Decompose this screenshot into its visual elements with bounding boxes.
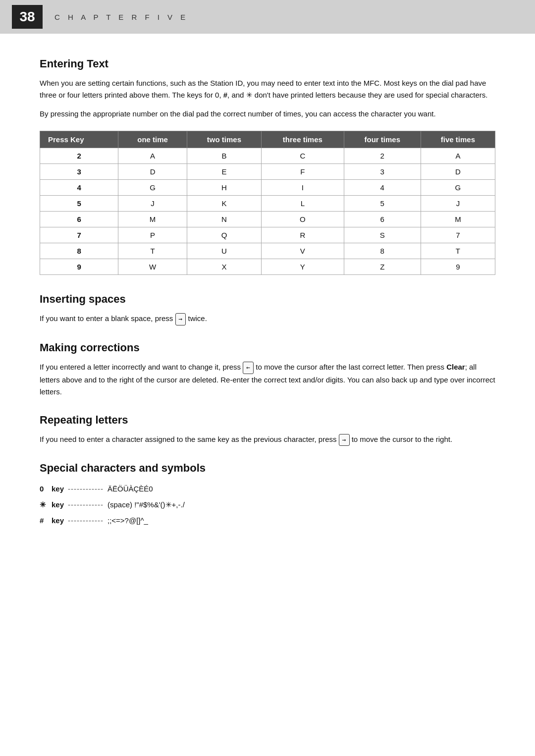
table-cell: E [187, 164, 261, 180]
table-cell: 8 [40, 243, 118, 259]
table-cell: M [118, 212, 187, 227]
table-cell: S [344, 227, 421, 243]
left-arrow-key: ← [243, 362, 254, 374]
list-item: 0 key ------------ ÄËÖÜÀÇÈÉ0 [40, 482, 495, 496]
key-word-star: key [52, 497, 64, 512]
table-cell: W [118, 259, 187, 275]
col-header-two-times: two times [187, 131, 261, 148]
key-label-star: ✳ [40, 497, 48, 512]
inserting-spaces-para: If you want to enter a blank space, pres… [40, 313, 495, 325]
repeating-letters-section: Repeating letters If you need to enter a… [40, 414, 495, 446]
repeating-letters-title: Repeating letters [40, 414, 495, 427]
table-cell: 6 [40, 212, 118, 227]
table-cell: D [421, 164, 495, 180]
table-cell: G [118, 180, 187, 196]
table-row: 6MNO6M [40, 212, 495, 227]
table-cell: C [262, 148, 344, 164]
char-table-body: 2ABC2A3DEF3D4GHI4G5JKL5J6MNO6M7PQRS78TUV… [40, 148, 495, 275]
table-cell: 2 [344, 148, 421, 164]
table-row: 7PQRS7 [40, 227, 495, 243]
table-row: 5JKL5J [40, 196, 495, 212]
table-cell: T [421, 243, 495, 259]
page: 38 C H A P T E R F I V E Entering Text W… [0, 0, 535, 756]
table-row: 3DEF3D [40, 164, 495, 180]
header-bar: 38 C H A P T E R F I V E [0, 0, 535, 34]
table-cell: 8 [344, 243, 421, 259]
table-cell: K [187, 196, 261, 212]
table-cell: O [262, 212, 344, 227]
table-cell: L [262, 196, 344, 212]
col-header-one-time: one time [118, 131, 187, 148]
table-cell: 9 [40, 259, 118, 275]
key-chars-0: ÄËÖÜÀÇÈÉ0 [107, 482, 153, 496]
entering-text-section: Entering Text When you are setting certa… [40, 57, 495, 275]
special-characters-list: 0 key ------------ ÄËÖÜÀÇÈÉ0 ✳ key -----… [40, 482, 495, 528]
table-cell: H [187, 180, 261, 196]
chapter-number: 38 [12, 5, 43, 29]
table-header-row: Press Key one time two times three times… [40, 131, 495, 148]
table-cell: 5 [344, 196, 421, 212]
key-label-0: 0 [40, 482, 48, 496]
character-table: Press Key one time two times three times… [40, 131, 495, 275]
table-cell: 4 [40, 180, 118, 196]
entering-text-para2: By pressing the appropriate number on th… [40, 108, 495, 120]
table-row: 4GHI4G [40, 180, 495, 196]
making-corrections-section: Making corrections If you entered a lett… [40, 341, 495, 398]
list-item: ✳ key ------------ (space) !"#$%&'()✳+,-… [40, 497, 495, 512]
list-item: # key ------------ ;;<=>?@[]^_ [40, 513, 495, 528]
table-cell: 4 [344, 180, 421, 196]
entering-text-para1: When you are setting certain functions, … [40, 77, 495, 101]
table-cell: 7 [40, 227, 118, 243]
key-dashes-0: ------------ [68, 482, 104, 496]
table-cell: R [262, 227, 344, 243]
content: Entering Text When you are setting certa… [0, 34, 535, 574]
table-cell: F [262, 164, 344, 180]
table-row: 8TUV8T [40, 243, 495, 259]
inserting-spaces-section: Inserting spaces If you want to enter a … [40, 293, 495, 325]
table-cell: 3 [344, 164, 421, 180]
table-cell: Q [187, 227, 261, 243]
table-cell: G [421, 180, 495, 196]
entering-text-title: Entering Text [40, 57, 495, 70]
table-cell: 5 [40, 196, 118, 212]
table-row: 9WXYZ9 [40, 259, 495, 275]
col-header-three-times: three times [262, 131, 344, 148]
table-cell: 3 [40, 164, 118, 180]
table-cell: 6 [344, 212, 421, 227]
chapter-label: C H A P T E R F I V E [54, 13, 188, 21]
table-cell: V [262, 243, 344, 259]
table-cell: U [187, 243, 261, 259]
table-cell: 7 [421, 227, 495, 243]
table-cell: X [187, 259, 261, 275]
key-label-hash: # [40, 513, 48, 528]
table-cell: J [118, 196, 187, 212]
table-cell: A [118, 148, 187, 164]
key-chars-hash: ;;<=>?@[]^_ [107, 513, 148, 528]
col-header-five-times: five times [421, 131, 495, 148]
inserting-spaces-title: Inserting spaces [40, 293, 495, 306]
table-cell: 2 [40, 148, 118, 164]
making-corrections-title: Making corrections [40, 341, 495, 354]
repeating-letters-para: If you need to enter a character assigne… [40, 433, 495, 446]
table-cell: N [187, 212, 261, 227]
table-cell: B [187, 148, 261, 164]
right-arrow-key-2: → [339, 434, 350, 446]
col-header-press-key: Press Key [40, 131, 118, 148]
right-arrow-key: → [175, 313, 186, 325]
key-dashes-star: ------------ [68, 497, 104, 512]
table-cell: M [421, 212, 495, 227]
making-corrections-para: If you entered a letter incorrectly and … [40, 361, 495, 398]
key-chars-star: (space) !"#$%&'()✳+,-./ [107, 497, 185, 512]
col-header-four-times: four times [344, 131, 421, 148]
table-cell: D [118, 164, 187, 180]
table-row: 2ABC2A [40, 148, 495, 164]
table-cell: Z [344, 259, 421, 275]
key-dashes-hash: ------------ [68, 513, 104, 528]
key-word-hash: key [52, 513, 64, 528]
table-cell: P [118, 227, 187, 243]
key-word-0: key [52, 482, 64, 496]
special-characters-title: Special characters and symbols [40, 462, 495, 475]
special-characters-section: Special characters and symbols 0 key ---… [40, 462, 495, 528]
table-cell: J [421, 196, 495, 212]
table-cell: A [421, 148, 495, 164]
